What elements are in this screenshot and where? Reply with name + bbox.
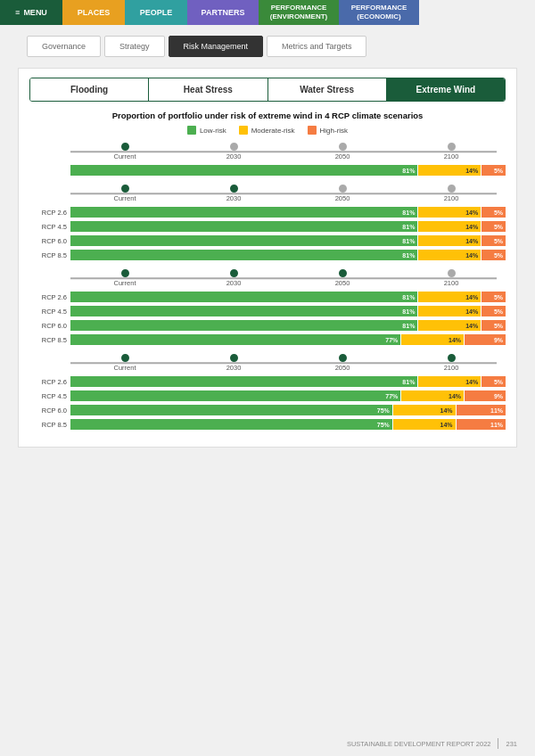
bar-green-0-0: 81% <box>70 165 417 176</box>
bar-track-0-0: 81%14%5% <box>70 165 506 176</box>
tab-water-stress[interactable]: Water Stress <box>268 78 387 101</box>
secondary-navigation: Governance Strategy Risk Management Metr… <box>0 25 535 68</box>
dot-label-3-2: 2050 <box>335 364 350 372</box>
timeline-dot-0-0: Current <box>70 143 179 160</box>
dot-label-3-3: 2100 <box>444 364 459 372</box>
scenario-block-2: Current203020502100RCP 2.681%14%5%RCP 4.… <box>29 268 506 346</box>
dot-0-3 <box>448 143 456 151</box>
nav-partners[interactable]: PARTNERS <box>187 0 259 25</box>
bar-row-2-0: RCP 2.681%14%5% <box>70 291 506 303</box>
sec-nav-metrics[interactable]: Metrics and Targets <box>267 36 366 57</box>
timeline-dot-2-1: 2030 <box>179 269 288 287</box>
bar-row-2-3: RCP 8.577%14%9% <box>70 333 506 346</box>
timeline-dot-3-3: 2100 <box>397 354 506 372</box>
page-footer: SUSTAINABLE DEVELOPMENT REPORT 2022 231 <box>347 738 517 749</box>
dot-2-3 <box>448 269 456 277</box>
bar-row-2-1: RCP 4.581%14%5% <box>70 305 506 317</box>
timeline-dot-2-3: 2100 <box>397 269 506 287</box>
bar-track-3-2: 75%14%11% <box>70 405 506 415</box>
dot-3-3 <box>448 354 456 362</box>
bar-track-2-2: 81%14%5% <box>70 320 506 331</box>
tab-extreme-wind[interactable]: Extreme Wind <box>387 78 505 101</box>
bar-row-1-0: RCP 2.681%14%5% <box>70 206 506 218</box>
timeline-row-1: Current203020502100 <box>29 184 506 203</box>
timeline-dot-3-2: 2050 <box>288 354 397 372</box>
main-card: Flooding Heat Stress Water Stress Extrem… <box>18 68 517 448</box>
low-risk-icon <box>187 126 196 135</box>
bar-row-1-1: RCP 4.581%14%5% <box>70 220 506 233</box>
bar-green-2-1: 81% <box>70 306 417 316</box>
nav-menu-label: MENU <box>23 8 47 17</box>
tab-bar: Flooding Heat Stress Water Stress Extrem… <box>29 78 506 102</box>
bar-orange-1-0: 5% <box>482 207 506 218</box>
dot-3-0 <box>121 354 129 362</box>
bar-orange-2-0: 5% <box>482 292 506 302</box>
nav-places[interactable]: PLACES <box>62 0 125 25</box>
dot-label-0-0: Current <box>113 152 136 160</box>
tab-heat-stress[interactable]: Heat Stress <box>149 78 268 101</box>
bar-orange-3-0: 5% <box>482 376 506 387</box>
nav-perf-env[interactable]: PERFORMANCE(ENVIRONMENT) <box>259 0 339 25</box>
bar-row-0-0: 81%14%5% <box>70 164 506 177</box>
bar-track-2-0: 81%14%5% <box>70 292 506 302</box>
bar-label-1-3: RCP 8.5 <box>35 251 70 259</box>
top-navigation: ≡ MENU PLACES PEOPLE PARTNERS PERFORMANC… <box>0 0 535 25</box>
bar-orange-3-3: 11% <box>457 419 506 430</box>
bar-track-3-0: 81%14%5% <box>70 376 506 387</box>
bar-track-1-0: 81%14%5% <box>70 207 506 218</box>
timeline-dots-3: Current203020502100 <box>70 354 506 372</box>
nav-menu[interactable]: ≡ MENU <box>0 0 62 25</box>
bar-green-1-1: 81% <box>70 221 417 232</box>
timeline-dot-3-0: Current <box>70 354 179 372</box>
bar-row-3-3: RCP 8.575%14%11% <box>70 418 506 431</box>
timeline-row-3: Current203020502100 <box>29 353 506 373</box>
bar-green-3-3: 75% <box>70 419 392 430</box>
dot-2-2 <box>339 269 347 277</box>
bar-track-1-3: 81%14%5% <box>70 250 506 260</box>
bar-label-1-1: RCP 4.5 <box>35 223 70 231</box>
nav-perf-eco[interactable]: PERFORMANCE(ECONOMIC) <box>339 0 419 25</box>
bar-label-3-1: RCP 4.5 <box>35 392 70 400</box>
bar-row-3-2: RCP 6.075%14%11% <box>70 404 506 416</box>
bar-orange-2-2: 5% <box>482 320 506 331</box>
nav-people[interactable]: PEOPLE <box>125 0 187 25</box>
timeline-dots-0: Current203020502100 <box>70 143 506 160</box>
footer-report: SUSTAINABLE DEVELOPMENT REPORT 2022 <box>347 740 491 748</box>
tab-flooding[interactable]: Flooding <box>30 78 149 101</box>
bar-orange-0-0: 5% <box>482 165 506 176</box>
sec-nav-strategy[interactable]: Strategy <box>104 36 165 57</box>
bar-row-3-0: RCP 2.681%14%5% <box>70 375 506 388</box>
bar-orange-1-1: 5% <box>482 221 506 232</box>
sec-nav-risk[interactable]: Risk Management <box>169 36 264 57</box>
dot-1-1 <box>230 185 238 193</box>
dot-label-1-0: Current <box>113 194 136 202</box>
bar-orange-2-1: 5% <box>482 306 506 316</box>
scenario-block-3: Current203020502100RCP 2.681%14%5%RCP 4.… <box>29 353 506 431</box>
timeline-dot-3-1: 2030 <box>179 354 288 372</box>
nav-places-label: PLACES <box>78 8 111 17</box>
bar-yellow-2-2: 14% <box>418 320 481 331</box>
legend-mod-risk: Moderate-risk <box>239 126 295 135</box>
bar-track-1-2: 81%14%5% <box>70 235 506 246</box>
bar-section-3: RCP 2.681%14%5%RCP 4.577%14%9%RCP 6.075%… <box>29 375 506 431</box>
bar-green-2-2: 81% <box>70 320 417 331</box>
menu-icon: ≡ <box>15 8 20 17</box>
legend-mod-label: Moderate-risk <box>251 127 295 135</box>
bar-green-1-2: 81% <box>70 235 417 246</box>
dot-label-2-0: Current <box>113 279 136 287</box>
bar-yellow-1-2: 14% <box>418 235 481 246</box>
dot-label-0-2: 2050 <box>335 152 350 160</box>
sec-nav-governance[interactable]: Governance <box>27 36 101 57</box>
dot-0-1 <box>230 143 238 151</box>
bar-green-2-3: 77% <box>70 334 400 345</box>
high-risk-icon <box>308 126 317 135</box>
blocks-container: Current20302050210081%14%5%Current203020… <box>29 142 506 431</box>
legend-high-label: High-risk <box>320 127 349 135</box>
bar-yellow-3-3: 14% <box>393 419 456 430</box>
bar-track-3-3: 75%14%11% <box>70 419 506 430</box>
timeline-dot-1-2: 2050 <box>288 185 397 202</box>
footer-divider <box>498 738 498 749</box>
bar-yellow-1-0: 14% <box>418 207 481 218</box>
bar-label-1-2: RCP 6.0 <box>35 237 70 245</box>
bar-row-1-2: RCP 6.081%14%5% <box>70 234 506 247</box>
